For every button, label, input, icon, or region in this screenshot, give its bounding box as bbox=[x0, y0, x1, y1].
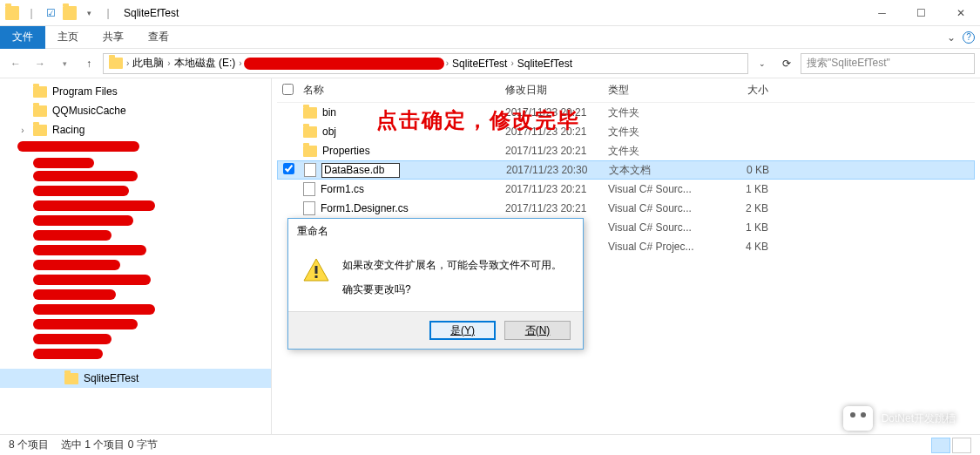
file-tab[interactable]: 文件 bbox=[0, 26, 45, 49]
wechat-icon bbox=[843, 406, 873, 431]
file-size: 2 KB bbox=[714, 202, 775, 214]
svg-rect-0 bbox=[315, 266, 318, 274]
redacted-item bbox=[17, 200, 271, 214]
search-input[interactable]: 搜索"SqliteEfTest" bbox=[801, 53, 975, 74]
redacted-item bbox=[17, 156, 271, 169]
dialog-text: 如果改变文件扩展名，可能会导致文件不可用。 确实要更改吗? bbox=[342, 256, 562, 299]
file-type: 文件夹 bbox=[608, 125, 714, 139]
nav-recent-button[interactable]: ▾ bbox=[54, 53, 75, 74]
chevron-right-icon[interactable]: › bbox=[510, 58, 513, 68]
tree-item[interactable]: Program Files bbox=[0, 82, 271, 101]
file-row[interactable]: Properties2017/11/23 20:21文件夹 bbox=[277, 141, 975, 160]
file-name: Form1.Designer.cs bbox=[321, 202, 409, 214]
view-details-button[interactable] bbox=[931, 438, 950, 453]
breadcrumb-item[interactable]: 此电脑 bbox=[131, 56, 166, 71]
breadcrumb-root-icon[interactable] bbox=[107, 58, 125, 69]
file-name: obj bbox=[322, 126, 336, 138]
watermark: DotNet开发跳槽 bbox=[843, 406, 956, 431]
tree-item[interactable]: ›Racing bbox=[0, 120, 271, 139]
breadcrumb-item[interactable]: SqliteEfTest bbox=[516, 58, 574, 70]
file-size: 4 KB bbox=[714, 241, 775, 253]
chevron-right-icon[interactable]: › bbox=[17, 126, 28, 135]
qat-dropdown-icon[interactable]: ▾ bbox=[82, 6, 96, 20]
tree-item-selected[interactable]: SqliteEfTest bbox=[0, 369, 271, 388]
nav-back-button[interactable]: ← bbox=[5, 53, 26, 74]
file-type: Visual C# Sourc... bbox=[608, 221, 714, 234]
col-date[interactable]: 修改日期 bbox=[505, 83, 608, 98]
file-type: 文件夹 bbox=[608, 144, 714, 159]
refresh-button[interactable]: ⟳ bbox=[776, 53, 797, 74]
redacted-item bbox=[17, 260, 271, 273]
row-checkbox[interactable] bbox=[278, 163, 299, 177]
file-icon bbox=[303, 182, 315, 196]
breadcrumb-item[interactable]: 本地磁盘 (E:) bbox=[172, 56, 238, 71]
redacted-item bbox=[17, 319, 271, 332]
file-date: 2017/11/23 20:21 bbox=[505, 202, 608, 214]
tab-share[interactable]: 共享 bbox=[91, 26, 136, 48]
folder-icon bbox=[303, 146, 317, 157]
chevron-right-icon[interactable]: › bbox=[167, 58, 170, 68]
file-name: Properties bbox=[322, 145, 370, 157]
qat-check-icon[interactable]: ☑ bbox=[44, 6, 57, 20]
tab-view[interactable]: 查看 bbox=[136, 26, 181, 48]
chevron-right-icon[interactable]: › bbox=[446, 58, 449, 68]
nav-up-button[interactable]: ↑ bbox=[78, 53, 99, 74]
file-icon bbox=[303, 201, 315, 215]
watermark-text: DotNet开发跳槽 bbox=[882, 411, 956, 426]
search-placeholder: 搜索"SqliteEfTest" bbox=[807, 56, 890, 71]
folder-icon bbox=[33, 125, 47, 136]
select-all-checkbox[interactable] bbox=[277, 84, 298, 98]
tree-item-label: Program Files bbox=[52, 85, 118, 98]
redacted-item bbox=[17, 275, 271, 288]
file-row[interactable]: Form1.Designer.cs2017/11/23 20:21Visual … bbox=[277, 199, 975, 218]
dialog-line2: 确实要更改吗? bbox=[342, 281, 562, 300]
file-icon bbox=[304, 163, 316, 177]
file-size: 1 KB bbox=[714, 183, 775, 195]
tab-home[interactable]: 主页 bbox=[45, 26, 91, 48]
col-size[interactable]: 大小 bbox=[714, 83, 775, 98]
tree-item[interactable]: QQMusicCache bbox=[0, 101, 271, 120]
nav-tree[interactable]: Program Files QQMusicCache ›Racing Sqlit… bbox=[0, 78, 272, 434]
file-size: 1 KB bbox=[714, 221, 775, 234]
minimize-button[interactable]: ─ bbox=[862, 0, 902, 26]
file-name: Form1.cs bbox=[321, 183, 364, 195]
ribbon-expand-icon[interactable]: ⌄ bbox=[947, 31, 956, 44]
titlebar: | ☑ ▾ | SqliteEfTest ─ ☐ ✕ bbox=[0, 0, 980, 26]
maximize-button[interactable]: ☐ bbox=[902, 0, 941, 26]
tree-item-label: Racing bbox=[52, 124, 84, 136]
chevron-right-icon[interactable]: › bbox=[126, 58, 129, 68]
file-date: 2017/11/23 20:30 bbox=[506, 164, 609, 176]
view-thumbs-button[interactable] bbox=[952, 438, 971, 453]
file-size: 0 KB bbox=[715, 164, 776, 176]
redacted-item bbox=[17, 289, 271, 302]
folder-icon bbox=[33, 86, 47, 98]
help-icon[interactable]: ? bbox=[963, 31, 975, 44]
dialog-no-button[interactable]: 否(N) bbox=[504, 321, 571, 340]
chevron-right-icon[interactable]: › bbox=[239, 58, 241, 68]
window-title: SqliteEfTest bbox=[124, 7, 179, 19]
breadcrumb-item[interactable]: SqliteEfTest bbox=[450, 58, 509, 70]
redacted-item bbox=[17, 349, 271, 362]
dialog-yes-button[interactable]: 是(Y) bbox=[429, 321, 496, 340]
file-row[interactable]: Form1.cs2017/11/23 20:21Visual C# Sourc.… bbox=[277, 180, 975, 199]
file-date: 2017/11/23 20:21 bbox=[505, 183, 608, 195]
breadcrumb[interactable]: › 此电脑 › 本地磁盘 (E:) › › SqliteEfTest › Sql… bbox=[103, 53, 748, 74]
redacted-item bbox=[17, 171, 271, 184]
close-button[interactable]: ✕ bbox=[941, 0, 980, 26]
redacted-item bbox=[17, 215, 271, 228]
rename-input[interactable]: DataBase.db bbox=[321, 163, 400, 178]
col-type[interactable]: 类型 bbox=[608, 83, 714, 98]
folder-icon bbox=[63, 6, 77, 20]
nav-bar: ← → ▾ ↑ › 此电脑 › 本地磁盘 (E:) › › SqliteEfTe… bbox=[0, 49, 980, 78]
redacted-item bbox=[17, 141, 271, 154]
folder-icon bbox=[303, 126, 317, 138]
breadcrumb-dropdown-button[interactable]: ⌄ bbox=[752, 53, 773, 74]
col-name[interactable]: 名称 bbox=[298, 83, 505, 98]
qat-sep: | bbox=[24, 6, 38, 20]
file-row[interactable]: DataBase.db2017/11/23 20:30文本文档0 KB bbox=[277, 160, 975, 180]
status-selection: 选中 1 个项目 0 字节 bbox=[61, 438, 158, 452]
file-type: Visual C# Sourc... bbox=[608, 202, 714, 214]
file-date: 2017/11/23 20:21 bbox=[505, 145, 608, 157]
dialog-title: 重命名 bbox=[288, 219, 583, 244]
redacted-item bbox=[17, 230, 271, 243]
